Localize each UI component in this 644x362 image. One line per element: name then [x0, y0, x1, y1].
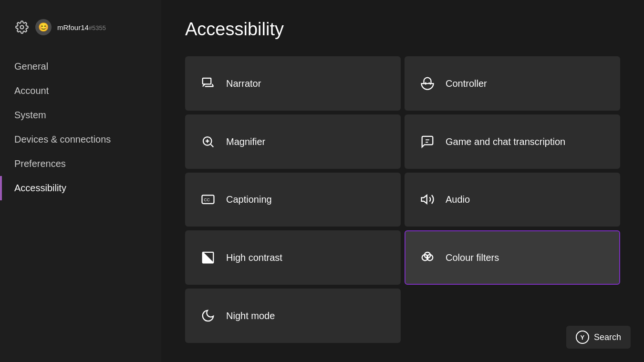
settings-icon[interactable] — [14, 20, 30, 35]
night-mode-label: Night mode — [226, 310, 275, 322]
search-button[interactable]: Y Search — [566, 326, 631, 349]
grid-item-colour-filters[interactable]: Colour filters — [405, 230, 620, 285]
captioning-label: Captioning — [226, 193, 272, 206]
night-mode-icon — [199, 307, 217, 324]
svg-point-7 — [430, 84, 431, 84]
sidebar-item-preferences[interactable]: Preferences — [0, 152, 161, 176]
sidebar-nav: General Account System Devices & connect… — [0, 50, 161, 205]
grid-item-magnifier[interactable]: Magnifier — [185, 114, 401, 169]
grid-item-night-mode[interactable]: Night mode — [185, 289, 401, 343]
sidebar-header: 😊 mRfour14#5355 — [0, 14, 161, 50]
audio-icon — [419, 191, 436, 208]
svg-point-6 — [429, 83, 429, 83]
sidebar-item-devices[interactable]: Devices & connections — [0, 127, 161, 152]
search-key-icon: Y — [576, 331, 589, 344]
main-content: Accessibility Narrator — [161, 0, 644, 362]
sidebar-item-general[interactable]: General — [0, 54, 161, 79]
grid-item-controller[interactable]: Controller — [405, 56, 620, 111]
audio-label: Audio — [446, 193, 470, 206]
narrator-icon — [199, 75, 217, 92]
svg-point-0 — [21, 26, 24, 29]
transcription-icon — [419, 133, 436, 150]
high-contrast-label: High contrast — [226, 251, 282, 264]
grid-item-captioning[interactable]: CC Captioning — [185, 173, 401, 227]
sidebar-item-system[interactable]: System — [0, 103, 161, 127]
page-title: Accessibility — [185, 19, 620, 40]
sidebar-item-accessibility[interactable]: Accessibility — [0, 176, 161, 200]
high-contrast-icon — [199, 249, 217, 266]
avatar: 😊 — [35, 19, 52, 35]
svg-text:CC: CC — [204, 197, 210, 202]
grid-item-high-contrast[interactable]: High contrast — [185, 230, 401, 285]
username-display: mRfour14#5355 — [57, 23, 106, 31]
grid-item-audio[interactable]: Audio — [405, 173, 620, 227]
grid-item-narrator[interactable]: Narrator — [185, 56, 401, 111]
svg-marker-16 — [422, 196, 427, 204]
grid-item-game-chat[interactable]: Game and chat transcription — [405, 114, 620, 169]
svg-rect-1 — [203, 78, 211, 84]
narrator-label: Narrator — [226, 77, 261, 90]
game-chat-label: Game and chat transcription — [446, 135, 565, 148]
accessibility-grid: Narrator Controller — [185, 56, 620, 343]
search-label: Search — [594, 332, 621, 342]
svg-line-9 — [211, 145, 213, 147]
sidebar: 😊 mRfour14#5355 General Account System D… — [0, 0, 161, 362]
controller-icon — [419, 75, 436, 92]
magnifier-icon — [199, 133, 217, 150]
captioning-icon: CC — [199, 191, 217, 208]
magnifier-label: Magnifier — [226, 135, 265, 148]
colour-filters-label: Colour filters — [446, 251, 499, 264]
sidebar-item-account[interactable]: Account — [0, 79, 161, 103]
colour-filters-icon — [419, 249, 436, 266]
controller-label: Controller — [446, 77, 487, 90]
